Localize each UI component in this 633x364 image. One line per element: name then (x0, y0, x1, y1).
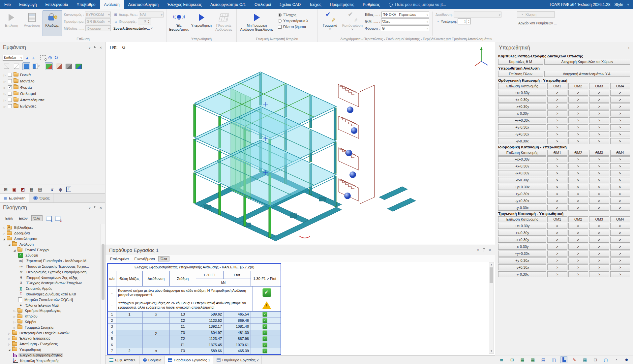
render-mode-2-button[interactable] (55, 62, 63, 70)
scope-combo[interactable]: Καθολικ (3, 55, 23, 61)
zoom-window-icon[interactable] (40, 55, 46, 60)
expander-icon[interactable] (3, 104, 6, 108)
nonlinear-foundation-button[interactable]: Μη ΓραμμικήΑνάλυση Θεμελίωσης (238, 10, 275, 36)
tree-item[interactable]: Γραμμικά Στοιχεία (11, 324, 101, 330)
tab-views[interactable]: Όψεις (29, 194, 53, 202)
pushover-run-button[interactable]: Υπερωθητική (191, 10, 212, 36)
distribution-label-button[interactable]: -x+0.30y (498, 170, 546, 176)
run-cell-button[interactable]: > (547, 163, 567, 169)
run-cell-button[interactable]: > (610, 237, 630, 243)
checkbox-icon[interactable] (8, 92, 12, 96)
table-row[interactable]: 4 y Σ3 604.97 481.30 ✓ (108, 330, 281, 336)
tree-item[interactable]: Ανάλυση (5, 241, 101, 247)
load-combo[interactable]: G (381, 25, 429, 31)
run-cell-button[interactable]: > (589, 124, 609, 130)
xml-settings-button[interactable]: Αρχείο xml Ρυθμίσεων ... (517, 20, 558, 26)
run-cell-button[interactable]: > (589, 138, 609, 144)
tree-item[interactable]: Γενικοί Έλεγχοι (11, 247, 101, 253)
thm-column-button[interactable]: ΘΜ2 (568, 216, 588, 222)
angle-icon[interactable]: ψ (58, 187, 63, 192)
run-cell-button[interactable]: > (568, 104, 588, 109)
menu-tab[interactable]: Διαστασιολόγηση (124, 0, 163, 9)
hidden-line-view-button[interactable] (13, 62, 20, 70)
run-cell-button[interactable]: > (568, 163, 588, 169)
run-cell-button[interactable]: > (568, 230, 588, 236)
overstrength-radio[interactable]: Υπερεπάρκεια λ (278, 19, 308, 23)
diaphragm-combo[interactable]: ΝΑΙ (139, 12, 164, 17)
tab-all[interactable]: Όλα (158, 256, 169, 261)
run-cell-button[interactable]: > (610, 271, 630, 277)
add-select-icon[interactable]: ⊞ (3, 187, 9, 192)
run-cell-button[interactable]: > (589, 198, 609, 204)
thm-column-button[interactable]: ΘΜ1 (547, 216, 567, 222)
solve-distribution-button[interactable]: Επίλυση Κατανομής (498, 83, 546, 89)
section-view-button[interactable]: ˅ (32, 62, 40, 70)
pan-icon[interactable] (48, 55, 52, 61)
style-caret-icon[interactable]: ˅ (627, 3, 629, 7)
collapse-icon[interactable]: ‹ (628, 46, 629, 50)
direction-combo[interactable] (454, 12, 501, 17)
tab-selected[interactable]: Επιλεγμένα (108, 256, 131, 261)
expander-icon[interactable] (3, 92, 6, 96)
tree-item-loads[interactable]: Φορτία (0, 84, 105, 90)
run-cell-button[interactable]: > (568, 156, 588, 162)
distribution-label-button[interactable]: +y+0.30x (498, 251, 546, 257)
run-cell-button[interactable]: > (568, 271, 588, 277)
run-cell-button[interactable]: > (568, 205, 588, 211)
run-cell-button[interactable]: > (610, 131, 630, 137)
chevron-down-icon[interactable]: ∨ (88, 46, 91, 49)
pin-icon[interactable] (94, 206, 97, 210)
run-cell-button[interactable]: > (547, 90, 567, 96)
run-cell-button[interactable]: > (568, 198, 588, 204)
applicability-check-button[interactable]: Έλ.Εφαρμ/τητας (168, 10, 190, 36)
run-cell-button[interactable]: > (547, 271, 567, 277)
modes-stepper[interactable]: 9▲▼ (138, 18, 151, 24)
close-icon[interactable]: ✕ (100, 46, 102, 49)
add-table-icon[interactable]: ⊞ (509, 356, 516, 363)
thm-column-button[interactable]: ΘΜ2 (568, 150, 588, 156)
run-cell-button[interactable]: > (568, 124, 588, 130)
distribution-label-button[interactable]: -x+0.30y (498, 104, 546, 109)
run-cell-button[interactable]: > (568, 251, 588, 257)
expander-icon[interactable] (3, 85, 6, 89)
menu-tab[interactable]: Υπόβαθρο (73, 0, 100, 9)
run-cell-button[interactable]: > (568, 117, 588, 123)
run-cell-button[interactable]: > (589, 177, 609, 183)
run-cell-button[interactable]: > (589, 205, 609, 211)
method-combo[interactable]: Ιδιομορφι (85, 25, 111, 31)
distribution-label-button[interactable]: -y-0.30x (498, 205, 546, 211)
run-cell-button[interactable]: > (547, 110, 567, 116)
distribution-label-button[interactable]: +x+0.30y (498, 223, 546, 229)
run-cell-button[interactable]: > (589, 90, 609, 96)
expander-icon[interactable] (13, 248, 16, 252)
tab-results-display[interactable]: Εμφ. Αποτελ. (106, 356, 140, 364)
checkbox-icon[interactable] (8, 73, 12, 77)
check-radio[interactable]: Έλεγχος (278, 13, 308, 17)
checkbox-icon[interactable] (8, 104, 12, 108)
run-cell-button[interactable]: > (547, 177, 567, 183)
run-cell-button[interactable]: > (547, 191, 567, 197)
tree-item[interactable]: Ποσοστό Σεισμικής Τέμνουσας Τοιχω... (16, 264, 101, 269)
distribution-label-button[interactable]: -y+0.30x (498, 264, 546, 270)
table-row[interactable]: 7 2 x Σ3 589.66 465.39 ✓ (108, 348, 281, 354)
tree-item[interactable]: Ισοδύναμες Δυνάμεις κατά ΕΚ8 (16, 291, 101, 297)
run-cell-button[interactable]: > (610, 205, 630, 211)
expander-icon[interactable] (8, 342, 11, 346)
expander-icon[interactable] (13, 325, 16, 329)
tree-item[interactable]: Βιβλιοθήκες (0, 225, 101, 230)
table-row[interactable]: 6 Σ1 1375.45 1070.61 ✓ (108, 342, 281, 349)
arrow-down-icon[interactable] (31, 55, 36, 61)
grid-icon[interactable]: ▦ (582, 356, 588, 363)
run-cell-button[interactable]: > (589, 223, 609, 229)
stiffness-caret-icon[interactable]: ˅ (151, 27, 152, 30)
style-menu[interactable]: Style (614, 2, 623, 7)
tab-work-window-1[interactable]: Παράθυρο Εργασίας 1 (165, 356, 213, 364)
distribution-label-button[interactable]: -x-0.30y (498, 110, 546, 116)
run-cell-button[interactable]: > (547, 184, 567, 190)
work-window-scrollbar[interactable]: ▲▼ (489, 262, 494, 354)
run-cell-button[interactable]: > (610, 163, 630, 169)
thm-column-button[interactable]: ΘΜ2 (568, 83, 588, 89)
run-cell-button[interactable]: > (610, 177, 630, 183)
distribution-label-button[interactable]: +x-0.30y (498, 163, 546, 169)
tree-item[interactable]: Στρεπτική Ευαισθησία - Ισοδύναμο Μ... (16, 258, 101, 264)
